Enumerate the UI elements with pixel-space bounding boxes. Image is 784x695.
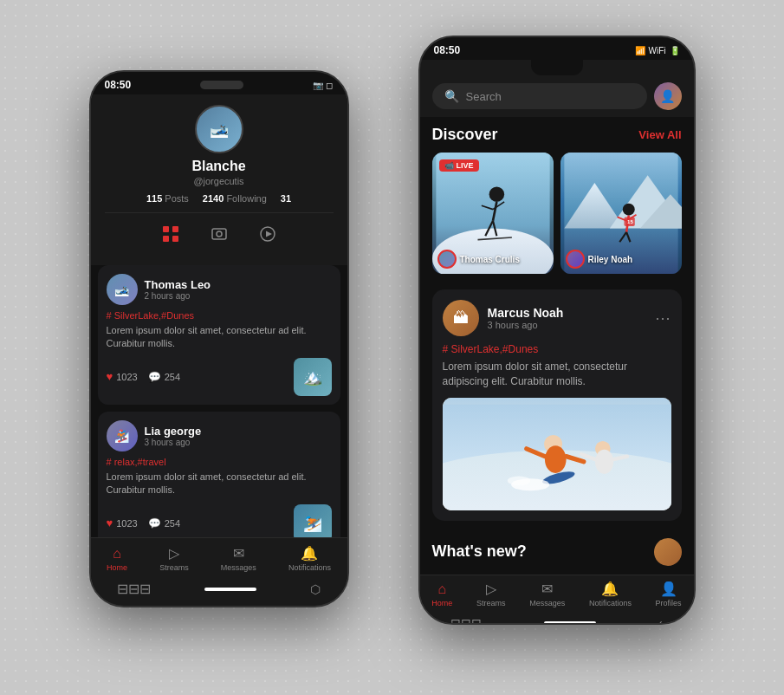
user-avatar-right[interactable]: 👤 <box>654 82 682 110</box>
live-badge-1: 📹 LIVE <box>439 159 479 172</box>
post-user-2: Lia george <box>145 425 202 438</box>
post-header-1: 🎿 Thomas Leo 2 hours ago <box>107 274 332 305</box>
post-text-1: Lorem ipsum dolor sit amet, consectetur … <box>107 324 332 351</box>
heart-icon-1: ♥ <box>107 370 113 383</box>
profiles-icon-right: 👤 <box>660 581 677 597</box>
discover-card-1[interactable]: 📹 LIVE Thomas Crulis <box>432 153 554 274</box>
notifications-icon-right: 🔔 <box>601 581 619 597</box>
status-bar-left: 08:50 📷◻ <box>91 72 347 94</box>
discover-header: Discover View All <box>432 126 682 144</box>
svg-marker-7 <box>266 231 272 237</box>
bottom-nav-right: ⌂ Home ▷ Streams ✉ Messages 🔔 Notificati… <box>420 575 694 611</box>
photo-icon[interactable] <box>205 220 233 248</box>
grid-icon[interactable] <box>157 220 185 248</box>
post-comments-1[interactable]: 💬 254 <box>148 371 180 383</box>
comment-icon-1: 💬 <box>148 371 161 383</box>
nav-profiles-right[interactable]: 👤 Profiles <box>656 581 682 607</box>
signal-icon: 📶 <box>635 46 645 55</box>
wifi-icon: WiFi <box>649 46 666 55</box>
whats-new-section: What's new? <box>420 531 694 569</box>
nav-messages-left[interactable]: ✉ Messages <box>221 545 256 572</box>
post-footer-1: ♥ 1023 💬 254 🏔️ <box>107 358 332 396</box>
post-likes-1[interactable]: ♥ 1023 <box>107 370 138 383</box>
view-all-button[interactable]: View All <box>638 128 681 141</box>
system-recent-right: ‹ <box>658 616 663 625</box>
feed-post-tags: # SilverLake,#Dunes <box>443 343 671 355</box>
post-card-2: 🏂 Lia george 3 hours ago # relax,#travel… <box>98 412 340 537</box>
svg-rect-1 <box>172 226 178 232</box>
card-username-1: Thomas Crulis <box>460 255 520 264</box>
nav-messages-right[interactable]: ✉ Messages <box>529 581 565 607</box>
status-bar-right: 08:50 📶 WiFi 🔋 <box>420 37 694 60</box>
nav-notifications-right[interactable]: 🔔 Notifications <box>589 581 632 607</box>
post-time-2: 3 hours ago <box>145 438 202 447</box>
svg-point-21 <box>622 204 634 216</box>
post-user-1: Thomas Leo <box>145 278 211 291</box>
messages-icon-right: ✉ <box>541 581 553 597</box>
following-count: 2140 <box>203 193 224 204</box>
svg-rect-3 <box>172 236 178 242</box>
svg-point-37 <box>507 476 529 485</box>
followers-count: 31 <box>281 193 291 204</box>
status-icons-left: 📷◻ <box>313 81 333 90</box>
following-label: Following <box>226 193 266 204</box>
nav-streams-right[interactable]: ▷ Streams <box>476 581 506 607</box>
nav-home-left[interactable]: ⌂ Home <box>107 546 127 572</box>
time-right: 08:50 <box>434 44 461 56</box>
messages-icon-left: ✉ <box>233 545 244 562</box>
home-bar-right: ⊟⊟⊟ ‹ <box>420 611 694 625</box>
post-footer-2: ♥ 1023 💬 254 ⛷️ <box>107 504 332 537</box>
notifications-icon-left: 🔔 <box>301 545 318 562</box>
post-avatar-1: 🎿 <box>107 274 138 305</box>
search-icon: 🔍 <box>444 89 459 103</box>
card-avatar-2 <box>566 250 585 269</box>
feed-avatar-marcus: 🏔 <box>443 300 479 336</box>
svg-rect-4 <box>212 229 226 239</box>
post-thumbnail-1: 🏔️ <box>294 358 332 396</box>
home-icon-left: ⌂ <box>113 546 121 562</box>
post-likes-2[interactable]: ♥ 1023 <box>107 516 138 529</box>
screen-right: 🔍 Search 👤 Discover View All <box>420 75 694 625</box>
feed-post-header: 🏔 Marcus Noah 3 hours ago ··· <box>443 300 671 336</box>
post-time-1: 2 hours ago <box>145 291 211 301</box>
home-indicator-left <box>204 588 256 591</box>
search-input-wrap[interactable]: 🔍 Search <box>432 83 647 109</box>
profile-stats: 115 Posts 2140 Following 31 <box>146 193 291 204</box>
battery-icon: 🔋 <box>670 46 680 55</box>
profile-avatar: 🎿 <box>195 105 243 153</box>
search-bar-right: 🔍 Search 👤 <box>420 75 694 117</box>
system-back-right: ⊟⊟⊟ <box>450 616 482 625</box>
phones-container: 08:50 📷◻ 🎿 Blanche @jorgecutis 115 Posts… <box>89 18 696 677</box>
post-avatar-2: 🏂 <box>107 420 138 451</box>
card-avatar-1 <box>437 250 457 269</box>
svg-point-39 <box>595 449 613 473</box>
whats-new-avatar[interactable] <box>654 538 682 566</box>
posts-label: Posts <box>165 193 189 204</box>
system-recent-left: ⬡ <box>310 582 321 596</box>
svg-text:15: 15 <box>627 218 633 224</box>
feed-post-marcus: 🏔 Marcus Noah 3 hours ago ··· # SilverLa… <box>432 289 682 521</box>
comment-icon-2: 💬 <box>148 517 161 529</box>
more-options-button[interactable]: ··· <box>655 309 671 328</box>
heart-icon-2: ♥ <box>107 516 113 529</box>
play-icon[interactable] <box>254 220 282 248</box>
svg-point-5 <box>217 231 222 237</box>
post-comments-2[interactable]: 💬 254 <box>148 517 180 529</box>
system-back-left: ⊟⊟⊟ <box>117 581 151 597</box>
home-indicator-right <box>544 621 596 625</box>
camera-notch-right <box>531 60 583 75</box>
bottom-nav-left: ⌂ Home ▷ Streams ✉ Messages 🔔 Notificati… <box>91 537 347 575</box>
live-camera-icon: 📹 <box>444 161 454 170</box>
nav-streams-left[interactable]: ▷ Streams <box>159 545 189 572</box>
posts-list: 🎿 Thomas Leo 2 hours ago # SilverLake,#D… <box>91 265 347 537</box>
snowboard-scene <box>443 398 671 510</box>
discover-card-2[interactable]: 15 Riley Noah <box>560 153 682 274</box>
phone-left: 08:50 📷◻ 🎿 Blanche @jorgecutis 115 Posts… <box>89 70 349 607</box>
svg-point-10 <box>489 186 504 202</box>
post-thumbnail-2: ⛷️ <box>294 504 332 537</box>
nav-notifications-left[interactable]: 🔔 Notifications <box>288 545 331 572</box>
search-placeholder: Search <box>466 90 502 103</box>
post-header-2: 🏂 Lia george 3 hours ago <box>107 420 332 451</box>
nav-home-right[interactable]: ⌂ Home <box>431 581 452 607</box>
post-text-2: Lorem ipsum dolor sit amet, consectetur … <box>107 471 332 497</box>
